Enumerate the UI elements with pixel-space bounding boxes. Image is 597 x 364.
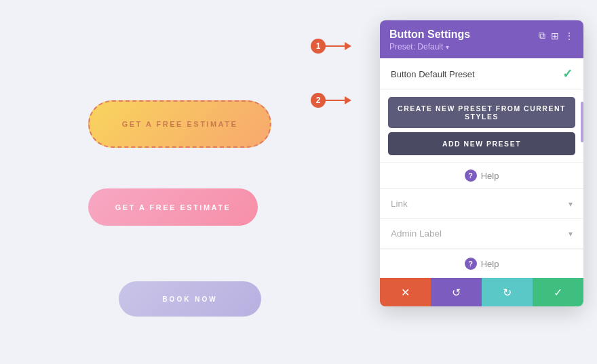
undo-button[interactable]: ↺ — [431, 278, 482, 306]
help-row-2: ? Help — [380, 249, 583, 278]
scroll-indicator — [581, 102, 583, 142]
cancel-icon: ✕ — [401, 286, 410, 299]
panel-header: Button Settings Preset: Default ▾ ⧉ ⊞ ⋮ — [380, 20, 583, 58]
book-label: BOOK NOW — [162, 296, 217, 303]
link-chevron-icon: ▾ — [569, 199, 573, 209]
panel-actions: ✕ ↺ ↻ ✓ — [380, 278, 583, 306]
save-button[interactable]: ✓ — [533, 278, 583, 306]
cancel-button[interactable]: ✕ — [380, 278, 431, 306]
preset-row-label: Button Default Preset — [391, 69, 475, 79]
arrow-1-head — [345, 42, 351, 50]
create-preset-button[interactable]: CREATE NEW PRESET FROM CURRENT STYLES — [388, 97, 575, 128]
redo-button[interactable]: ↻ — [482, 278, 533, 306]
link-section-row[interactable]: Link ▾ — [380, 189, 583, 219]
add-preset-button[interactable]: ADD NEW PRESET — [388, 132, 575, 155]
panel-header-icons: ⧉ ⊞ ⋮ — [539, 30, 574, 41]
estimate1-label: GET A FREE ESTIMATE — [122, 120, 238, 128]
canvas-area: GET A FREE ESTIMATE GET A FREE ESTIMATE … — [0, 0, 597, 364]
estimate-button-1[interactable]: GET A FREE ESTIMATE — [88, 100, 271, 148]
preset-row[interactable]: Button Default Preset ✓ — [380, 58, 583, 90]
arrow-1: 1 — [311, 42, 351, 50]
link-label: Link — [391, 199, 408, 209]
admin-chevron-icon: ▾ — [569, 229, 573, 239]
window-icon[interactable]: ⧉ — [539, 30, 545, 41]
help-text-2: Help — [481, 259, 499, 269]
arrow-2-number: 2 — [311, 93, 326, 108]
chevron-down-icon: ▾ — [446, 43, 449, 51]
estimate-button-2[interactable]: GET A FREE ESTIMATE — [88, 188, 258, 226]
help-row-1: ? Help — [380, 162, 583, 188]
redo-icon: ↻ — [503, 286, 512, 299]
estimate2-label: GET A FREE ESTIMATE — [115, 203, 231, 211]
admin-label-section-row[interactable]: Admin Label ▾ — [380, 219, 583, 249]
panel-preset-label: Preset: Default — [389, 42, 443, 52]
panel-title-area: Button Settings Preset: Default ▾ — [389, 28, 470, 52]
undo-icon: ↺ — [452, 286, 461, 299]
help-icon-2[interactable]: ? — [465, 258, 477, 270]
help-icon-1[interactable]: ? — [465, 169, 477, 182]
book-button[interactable]: BOOK NOW — [119, 281, 261, 317]
arrow-2-head — [345, 96, 351, 104]
preset-checkmark-icon: ✓ — [562, 66, 573, 81]
panel-body: Button Default Preset ✓ CREATE NEW PRESE… — [380, 58, 583, 278]
panel-title: Button Settings — [389, 28, 470, 41]
panel: Button Settings Preset: Default ▾ ⧉ ⊞ ⋮ … — [380, 20, 583, 306]
save-icon: ✓ — [554, 286, 562, 299]
help-text-1: Help — [481, 171, 499, 181]
arrow-2: 2 — [311, 96, 351, 104]
more-icon[interactable]: ⋮ — [564, 31, 574, 41]
arrow-1-number: 1 — [311, 39, 326, 54]
panel-preset-dropdown[interactable]: Preset: Default ▾ — [389, 42, 470, 52]
admin-label: Admin Label — [391, 228, 442, 239]
grid-icon[interactable]: ⊞ — [551, 31, 559, 41]
